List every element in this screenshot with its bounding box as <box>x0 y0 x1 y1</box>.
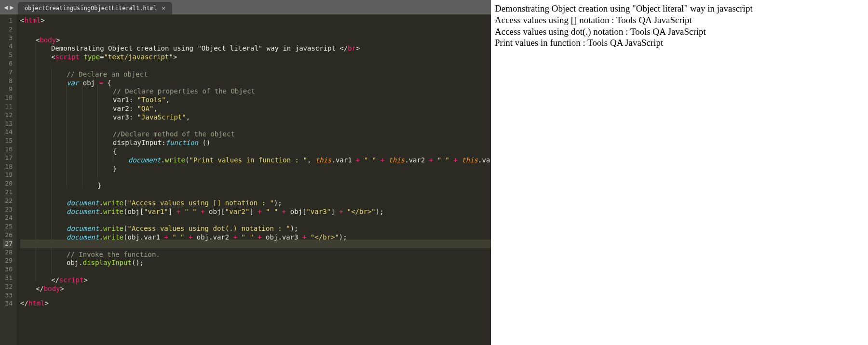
code-line[interactable] <box>20 119 491 128</box>
output-line: Access values using dot(.) notation : To… <box>495 26 863 38</box>
line-number: 14 <box>3 128 13 136</box>
line-number: 4 <box>3 42 13 51</box>
code-line[interactable] <box>20 171 491 179</box>
code-line[interactable]: // Declare properties of the Object <box>20 85 491 93</box>
code-line[interactable]: { <box>20 145 491 154</box>
code-line[interactable] <box>20 291 491 300</box>
line-number: 6 <box>3 59 13 68</box>
line-number: 22 <box>3 197 13 205</box>
line-number: 11 <box>3 102 13 111</box>
code-line[interactable] <box>20 188 491 197</box>
line-number: 23 <box>3 205 13 214</box>
code-line[interactable]: <html> <box>20 16 491 25</box>
line-number: 28 <box>3 248 13 257</box>
code-line[interactable]: </script> <box>20 274 491 282</box>
line-number: 12 <box>3 111 13 119</box>
code-content[interactable]: <html><body>Demonstrating Object creatio… <box>16 14 491 345</box>
line-number: 29 <box>3 256 13 265</box>
line-number: 27 <box>3 239 13 248</box>
line-number: 31 <box>3 274 13 282</box>
tab-bar: ◀ ▶ objectCreatingUsingObjectLiteral1.ht… <box>0 0 491 14</box>
code-line[interactable]: //Declare method of the object <box>20 128 491 136</box>
tab-next-icon[interactable]: ▶ <box>10 4 14 11</box>
code-editor-pane: ◀ ▶ objectCreatingUsingObjectLiteral1.ht… <box>0 0 491 345</box>
close-icon[interactable]: × <box>162 5 165 12</box>
line-number: 7 <box>3 68 13 77</box>
line-number: 16 <box>3 145 13 154</box>
line-number: 34 <box>3 299 13 308</box>
line-number: 18 <box>3 162 13 171</box>
code-line[interactable]: // Declare an object <box>20 68 491 77</box>
line-number: 32 <box>3 282 13 291</box>
code-line[interactable]: document.write(obj.var1 + " " + obj.var2… <box>20 231 491 239</box>
code-line[interactable]: displayInput:function () <box>20 136 491 145</box>
code-line[interactable]: var3: "JavaScript", <box>20 111 491 119</box>
line-number: 10 <box>3 93 13 102</box>
output-line: Access values using [] notation : Tools … <box>495 14 863 26</box>
file-tab-label: objectCreatingUsingObjectLiteral1.html <box>25 5 157 12</box>
line-number: 25 <box>3 222 13 231</box>
code-line[interactable]: } <box>20 179 491 188</box>
code-line[interactable]: <body> <box>20 34 491 42</box>
code-line[interactable]: // Invoke the function. <box>20 248 491 257</box>
line-number-gutter: 1234567891011121314151617181920212223242… <box>0 14 16 345</box>
line-number: 21 <box>3 188 13 197</box>
code-line[interactable] <box>20 25 491 34</box>
line-number: 17 <box>3 154 13 162</box>
line-number: 13 <box>3 119 13 128</box>
code-area[interactable]: 1234567891011121314151617181920212223242… <box>0 14 491 345</box>
tab-nav-arrows: ◀ ▶ <box>0 0 18 14</box>
line-number: 30 <box>3 265 13 274</box>
line-number: 24 <box>3 213 13 222</box>
line-number: 15 <box>3 136 13 145</box>
line-number: 9 <box>3 85 13 93</box>
code-line[interactable]: </body> <box>20 282 491 291</box>
line-number: 19 <box>3 171 13 179</box>
code-line[interactable]: Demonstrating Object creation using "Obj… <box>20 42 491 51</box>
tab-prev-icon[interactable]: ◀ <box>4 4 8 11</box>
line-number: 8 <box>3 77 13 85</box>
code-line[interactable]: document.write("Access values using [] n… <box>20 197 491 205</box>
line-number: 2 <box>3 25 13 34</box>
code-line[interactable]: var1: "Tools", <box>20 93 491 102</box>
line-number: 5 <box>3 51 13 59</box>
code-line[interactable]: </html> <box>20 299 491 308</box>
output-line: Demonstrating Object creation using "Obj… <box>495 3 863 14</box>
code-line[interactable]: document.write("Print values in function… <box>20 154 491 162</box>
line-number: 33 <box>3 291 13 300</box>
line-number: 3 <box>3 34 13 42</box>
code-line[interactable]: var2: "QA", <box>20 102 491 111</box>
line-number: 20 <box>3 179 13 188</box>
output-line: Print values in function : Tools QA Java… <box>495 37 863 49</box>
code-line[interactable]: obj.displayInput(); <box>20 256 491 265</box>
browser-output-pane: Demonstrating Object creation using "Obj… <box>491 0 868 345</box>
line-number: 1 <box>3 16 13 25</box>
code-line[interactable]: document.write(obj["var1"] + " " + obj["… <box>20 205 491 214</box>
code-line[interactable]: document.write("Access values using dot(… <box>20 222 491 231</box>
file-tab[interactable]: objectCreatingUsingObjectLiteral1.html × <box>18 2 172 14</box>
line-number: 26 <box>3 231 13 239</box>
code-line[interactable]: var obj = { <box>20 77 491 85</box>
